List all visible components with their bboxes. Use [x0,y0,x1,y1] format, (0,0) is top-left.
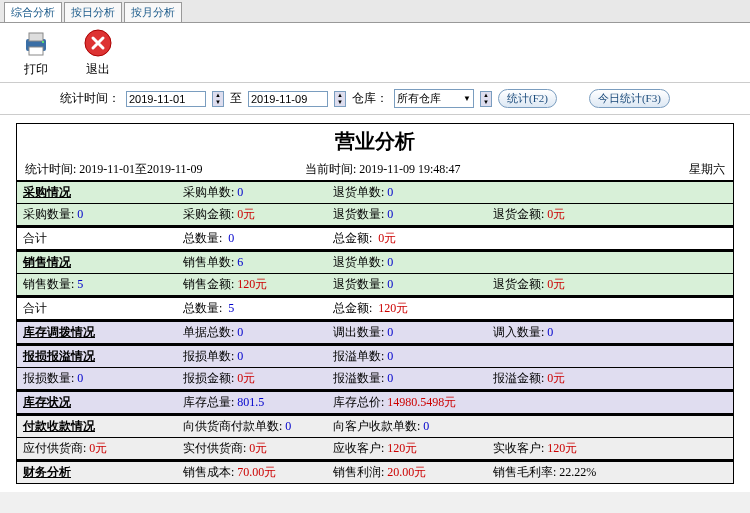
warehouse-value: 所有仓库 [397,91,441,106]
report-title: 营业分析 [17,124,733,159]
warehouse-select[interactable]: 所有仓库 ▼ [394,89,474,108]
exit-button[interactable]: 退出 [82,27,114,78]
print-label: 打印 [24,61,48,78]
sales-row1: 销售情况 销售单数: 6 退货单数: 0 [17,250,733,274]
stock-header: 库存状况 [17,392,177,413]
tab-by-month[interactable]: 按月分析 [124,2,182,22]
today-stat-button[interactable]: 今日统计(F3) [589,89,670,108]
purchase-row2: 采购数量: 0 采购金额: 0元 退货数量: 0 退货金额: 0元 [17,204,733,226]
svg-point-3 [42,41,44,43]
print-button[interactable]: 打印 [20,27,52,78]
purchase-total: 合计 总数量: 0 总金额: 0元 [17,226,733,250]
warehouse-label: 仓库： [352,90,388,107]
stat-time-label: 统计时间： [60,90,120,107]
date-from-input[interactable] [126,91,206,107]
purchase-row1: 采购情况 采购单数: 0 退货单数: 0 [17,182,733,204]
sales-header: 销售情况 [17,252,177,273]
meta-current-time: 当前时间: 2019-11-09 19:48:47 [305,161,665,178]
purchase-header: 采购情况 [17,182,177,203]
lossgain-row2: 报损数量: 0 报损金额: 0元 报溢数量: 0 报溢金额: 0元 [17,368,733,390]
tab-by-day[interactable]: 按日分析 [64,2,122,22]
report: 营业分析 统计时间: 2019-11-01至2019-11-09 当前时间: 2… [16,123,734,484]
date-to-input[interactable] [248,91,328,107]
toolbar: 打印 退出 [0,23,750,83]
sales-row2: 销售数量: 5 销售金额: 120元 退货数量: 0 退货金额: 0元 [17,274,733,296]
transfer-header: 库存调拨情况 [17,322,177,343]
svg-rect-2 [29,47,43,55]
sales-total: 合计 总数量: 5 总金额: 120元 [17,296,733,320]
to-label: 至 [230,90,242,107]
warehouse-spinner[interactable]: ▲▼ [480,91,492,107]
meta-weekday: 星期六 [665,161,725,178]
payment-header: 付款收款情况 [17,416,177,437]
lossgain-header: 报损报溢情况 [17,346,177,367]
payment-row2: 应付供货商: 0元 实付供货商: 0元 应收客户: 120元 实收客户: 120… [17,438,733,460]
date-to-spinner[interactable]: ▲▼ [334,91,346,107]
meta-stat-time: 统计时间: 2019-11-01至2019-11-09 [25,161,305,178]
printer-icon [20,27,52,59]
finance-row: 财务分析 销售成本: 70.00元 销售利润: 20.00元 销售毛利率: 22… [17,460,733,483]
stock-row: 库存状况 库存总量: 801.5 库存总价: 14980.5498元 [17,390,733,414]
transfer-row: 库存调拨情况 单据总数: 0 调出数量: 0 调入数量: 0 [17,320,733,344]
meta-row: 统计时间: 2019-11-01至2019-11-09 当前时间: 2019-1… [17,159,733,182]
stat-button[interactable]: 统计(F2) [498,89,557,108]
chevron-down-icon: ▼ [463,94,471,103]
report-area: 营业分析 统计时间: 2019-11-01至2019-11-09 当前时间: 2… [0,115,750,492]
exit-label: 退出 [86,61,110,78]
tab-bar: 综合分析 按日分析 按月分析 [0,0,750,23]
payment-row1: 付款收款情况 向供货商付款单数: 0 向客户收款单数: 0 [17,414,733,438]
filter-bar: 统计时间： ▲▼ 至 ▲▼ 仓库： 所有仓库 ▼ ▲▼ 统计(F2) 今日统计(… [0,83,750,115]
close-icon [82,27,114,59]
date-from-spinner[interactable]: ▲▼ [212,91,224,107]
finance-header: 财务分析 [17,462,177,483]
lossgain-row1: 报损报溢情况 报损单数: 0 报溢单数: 0 [17,344,733,368]
svg-rect-1 [29,33,43,41]
tab-comprehensive[interactable]: 综合分析 [4,2,62,22]
